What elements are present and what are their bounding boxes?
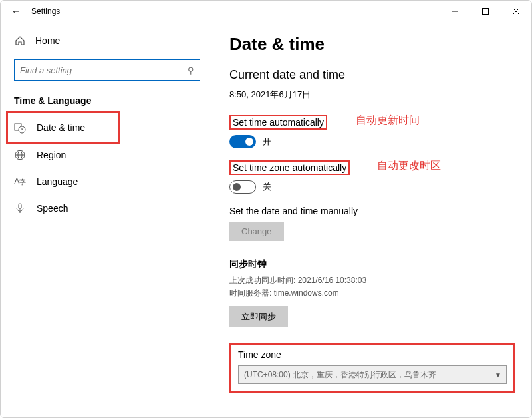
- auto-tz-toggle[interactable]: [229, 180, 256, 194]
- toggle-state: 开: [263, 136, 271, 148]
- section-header: Time & Language: [1, 90, 213, 114]
- annotation-auto-tz: 自动更改时区: [377, 159, 441, 173]
- current-datetime-head: Current date and time: [229, 68, 515, 82]
- window-controls: [440, 1, 531, 22]
- change-button: Change: [229, 222, 284, 241]
- page-title: Date & time: [229, 34, 515, 55]
- timezone-label: Time zone: [238, 349, 507, 360]
- nav-date-time[interactable]: Date & time: [1, 114, 213, 142]
- timezone-select[interactable]: (UTC+08:00) 北京，重庆，香港特别行政区，乌鲁木齐: [238, 365, 507, 384]
- nav-region[interactable]: Region: [1, 142, 213, 168]
- toggle-state: 关: [263, 181, 271, 193]
- auto-time-label: Set time automatically: [229, 115, 327, 130]
- svg-rect-1: [483, 9, 489, 15]
- home-icon: [14, 35, 26, 46]
- back-button[interactable]: ←: [9, 6, 23, 17]
- sidebar: Home ⚲ Time & Language Date & time Regio…: [1, 22, 213, 417]
- auto-tz-setting: Set time zone automatically 自动更改时区 关: [229, 160, 515, 194]
- current-datetime-value: 8:50, 2021年6月17日: [229, 89, 515, 101]
- sync-now-button[interactable]: 立即同步: [229, 306, 288, 327]
- language-icon: A字: [14, 176, 26, 187]
- svg-rect-13: [19, 204, 21, 209]
- annotation-auto-time: 自动更新时间: [356, 114, 420, 128]
- window-title: Settings: [31, 7, 60, 16]
- nav-language[interactable]: A字 Language: [1, 168, 213, 195]
- clock-calendar-icon: [14, 122, 26, 134]
- nav-label: Language: [37, 176, 78, 187]
- auto-time-setting: Set time automatically 自动更新时间 开: [229, 115, 515, 148]
- titlebar: ← Settings: [1, 1, 531, 22]
- search-box[interactable]: ⚲: [14, 59, 200, 81]
- minimize-button[interactable]: [440, 1, 470, 22]
- maximize-button[interactable]: [470, 1, 501, 22]
- mic-icon: [14, 203, 26, 214]
- auto-tz-label: Set time zone automatically: [229, 160, 350, 175]
- nav-label: Date & time: [37, 122, 85, 133]
- nav-speech[interactable]: Speech: [1, 195, 213, 222]
- manual-label: Set the date and time manually: [229, 206, 515, 216]
- sync-head: 同步时钟: [229, 258, 515, 270]
- timezone-section: Time zone (UTC+08:00) 北京，重庆，香港特别行政区，乌鲁木齐…: [229, 343, 515, 393]
- search-icon: ⚲: [188, 65, 194, 75]
- nav-home-label: Home: [35, 35, 60, 46]
- globe-icon: [14, 150, 26, 160]
- search-input[interactable]: [20, 65, 188, 75]
- sync-server: 时间服务器: time.windows.com: [229, 287, 515, 300]
- nav-home[interactable]: Home: [1, 29, 213, 53]
- auto-time-toggle[interactable]: [229, 135, 256, 148]
- nav-label: Speech: [37, 203, 68, 214]
- close-button[interactable]: [501, 1, 531, 22]
- manual-datetime-setting: Set the date and time manually Change: [229, 206, 515, 241]
- nav-label: Region: [37, 150, 66, 160]
- main-content: Date & time Current date and time 8:50, …: [213, 22, 531, 417]
- svg-text:字: 字: [19, 178, 26, 186]
- sync-last: 上次成功同步时间: 2021/6/16 10:38:03: [229, 274, 515, 287]
